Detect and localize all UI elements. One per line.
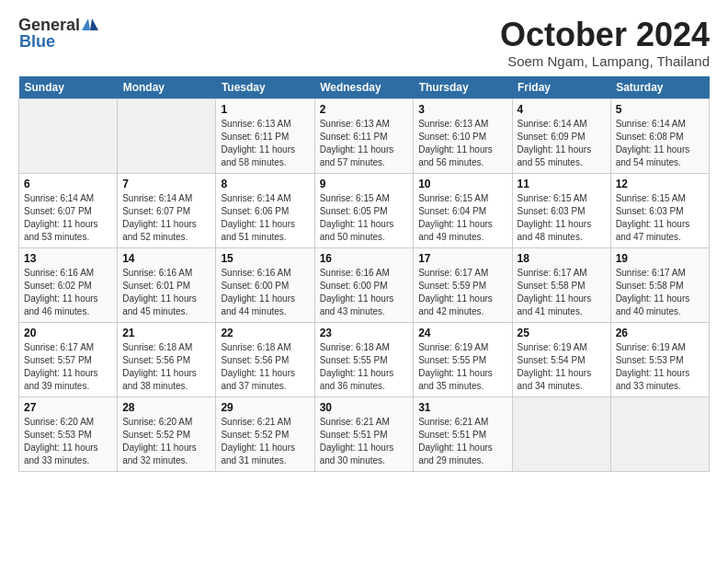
calendar-cell: 6Sunrise: 6:14 AM Sunset: 6:07 PM Daylig… (19, 173, 118, 247)
calendar-cell: 7Sunrise: 6:14 AM Sunset: 6:07 PM Daylig… (118, 173, 216, 247)
calendar-cell: 26Sunrise: 6:19 AM Sunset: 5:53 PM Dayli… (610, 322, 709, 396)
logo-arrow-icon (82, 18, 90, 30)
day-info: Sunrise: 6:20 AM Sunset: 5:52 PM Dayligh… (122, 416, 210, 467)
day-info: Sunrise: 6:21 AM Sunset: 5:51 PM Dayligh… (418, 416, 506, 467)
day-number: 12 (616, 178, 704, 190)
day-number: 19 (616, 252, 704, 265)
day-number: 3 (418, 103, 506, 116)
day-number: 8 (221, 178, 309, 190)
day-info: Sunrise: 6:13 AM Sunset: 6:11 PM Dayligh… (320, 118, 409, 169)
calendar-cell: 24Sunrise: 6:19 AM Sunset: 5:55 PM Dayli… (414, 322, 512, 396)
week-row-0: 1Sunrise: 6:13 AM Sunset: 6:11 PM Daylig… (19, 98, 710, 173)
calendar-cell: 8Sunrise: 6:14 AM Sunset: 6:06 PM Daylig… (216, 173, 314, 247)
day-info: Sunrise: 6:19 AM Sunset: 5:54 PM Dayligh… (518, 341, 606, 393)
day-info: Sunrise: 6:15 AM Sunset: 6:03 PM Dayligh… (616, 192, 704, 244)
day-number: 10 (418, 178, 506, 190)
calendar-cell: 31Sunrise: 6:21 AM Sunset: 5:51 PM Dayli… (414, 396, 512, 471)
calendar-cell: 4Sunrise: 6:14 AM Sunset: 6:09 PM Daylig… (512, 98, 610, 173)
title-block: October 2024 Soem Ngam, Lampang, Thailan… (500, 17, 710, 69)
day-number: 26 (616, 327, 704, 339)
day-number: 24 (418, 327, 506, 339)
calendar-subtitle: Soem Ngam, Lampang, Thailand (500, 53, 710, 69)
day-info: Sunrise: 6:15 AM Sunset: 6:05 PM Dayligh… (320, 192, 409, 244)
calendar-cell: 9Sunrise: 6:15 AM Sunset: 6:05 PM Daylig… (314, 173, 414, 247)
day-info: Sunrise: 6:16 AM Sunset: 6:00 PM Dayligh… (221, 267, 309, 318)
calendar-cell: 17Sunrise: 6:17 AM Sunset: 5:59 PM Dayli… (414, 247, 512, 322)
day-info: Sunrise: 6:18 AM Sunset: 5:56 PM Dayligh… (221, 341, 309, 393)
day-number: 9 (320, 178, 409, 190)
calendar-cell: 14Sunrise: 6:16 AM Sunset: 6:01 PM Dayli… (118, 247, 216, 322)
calendar-cell: 18Sunrise: 6:17 AM Sunset: 5:58 PM Dayli… (512, 247, 610, 322)
calendar-cell: 22Sunrise: 6:18 AM Sunset: 5:56 PM Dayli… (216, 322, 314, 396)
calendar-cell: 12Sunrise: 6:15 AM Sunset: 6:03 PM Dayli… (610, 173, 709, 247)
day-info: Sunrise: 6:18 AM Sunset: 5:55 PM Dayligh… (320, 341, 409, 393)
day-number: 20 (24, 327, 112, 339)
week-row-2: 13Sunrise: 6:16 AM Sunset: 6:02 PM Dayli… (19, 247, 710, 322)
calendar-cell (610, 396, 709, 471)
page: General Blue October 2024 Soem Ngam, Lam… (0, 0, 728, 483)
logo-general: General (18, 17, 80, 33)
header-thursday: Thursday (414, 76, 512, 99)
day-info: Sunrise: 6:18 AM Sunset: 5:56 PM Dayligh… (122, 341, 210, 393)
day-info: Sunrise: 6:14 AM Sunset: 6:08 PM Dayligh… (616, 118, 704, 169)
day-info: Sunrise: 6:13 AM Sunset: 6:10 PM Dayligh… (418, 118, 506, 169)
header-tuesday: Tuesday (216, 76, 314, 99)
day-info: Sunrise: 6:14 AM Sunset: 6:07 PM Dayligh… (122, 192, 210, 244)
calendar-cell (118, 98, 216, 173)
day-number: 5 (616, 103, 704, 116)
header-row: Sunday Monday Tuesday Wednesday Thursday… (19, 76, 710, 99)
calendar-table: Sunday Monday Tuesday Wednesday Thursday… (18, 76, 710, 472)
day-number: 16 (320, 252, 409, 265)
calendar-cell: 3Sunrise: 6:13 AM Sunset: 6:10 PM Daylig… (414, 98, 512, 173)
day-number: 21 (122, 327, 210, 339)
calendar-cell: 20Sunrise: 6:17 AM Sunset: 5:57 PM Dayli… (19, 322, 118, 396)
day-number: 23 (320, 327, 409, 339)
logo: General Blue (18, 17, 98, 50)
header: General Blue October 2024 Soem Ngam, Lam… (18, 17, 710, 69)
day-info: Sunrise: 6:15 AM Sunset: 6:03 PM Dayligh… (518, 192, 606, 244)
calendar-cell: 15Sunrise: 6:16 AM Sunset: 6:00 PM Dayli… (216, 247, 314, 322)
day-info: Sunrise: 6:17 AM Sunset: 5:58 PM Dayligh… (518, 267, 606, 318)
calendar-cell: 5Sunrise: 6:14 AM Sunset: 6:08 PM Daylig… (610, 98, 709, 173)
day-number: 6 (24, 178, 112, 190)
day-number: 25 (518, 327, 606, 339)
calendar-cell (19, 98, 118, 173)
day-number: 1 (221, 103, 309, 116)
calendar-cell: 27Sunrise: 6:20 AM Sunset: 5:53 PM Dayli… (19, 396, 118, 471)
calendar-cell: 30Sunrise: 6:21 AM Sunset: 5:51 PM Dayli… (314, 396, 414, 471)
day-number: 4 (518, 103, 606, 116)
day-info: Sunrise: 6:19 AM Sunset: 5:53 PM Dayligh… (616, 341, 704, 393)
day-number: 18 (518, 252, 606, 265)
day-info: Sunrise: 6:17 AM Sunset: 5:58 PM Dayligh… (616, 267, 704, 318)
day-info: Sunrise: 6:17 AM Sunset: 5:59 PM Dayligh… (418, 267, 506, 318)
calendar-cell: 29Sunrise: 6:21 AM Sunset: 5:52 PM Dayli… (216, 396, 314, 471)
day-number: 13 (24, 252, 112, 265)
day-number: 2 (320, 103, 409, 116)
day-info: Sunrise: 6:14 AM Sunset: 6:07 PM Dayligh… (24, 192, 112, 244)
week-row-1: 6Sunrise: 6:14 AM Sunset: 6:07 PM Daylig… (19, 173, 710, 247)
day-number: 28 (122, 401, 210, 414)
day-info: Sunrise: 6:13 AM Sunset: 6:11 PM Dayligh… (221, 118, 309, 169)
calendar-cell: 23Sunrise: 6:18 AM Sunset: 5:55 PM Dayli… (314, 322, 414, 396)
day-number: 17 (418, 252, 506, 265)
calendar-cell: 13Sunrise: 6:16 AM Sunset: 6:02 PM Dayli… (19, 247, 118, 322)
calendar-cell: 11Sunrise: 6:15 AM Sunset: 6:03 PM Dayli… (512, 173, 610, 247)
day-info: Sunrise: 6:21 AM Sunset: 5:51 PM Dayligh… (320, 416, 409, 467)
day-number: 29 (221, 401, 309, 414)
day-number: 22 (221, 327, 309, 339)
calendar-cell: 1Sunrise: 6:13 AM Sunset: 6:11 PM Daylig… (216, 98, 314, 173)
header-wednesday: Wednesday (314, 76, 414, 99)
calendar-cell: 25Sunrise: 6:19 AM Sunset: 5:54 PM Dayli… (512, 322, 610, 396)
day-info: Sunrise: 6:14 AM Sunset: 6:09 PM Dayligh… (518, 118, 606, 169)
day-number: 11 (518, 178, 606, 190)
calendar-title: October 2024 (500, 17, 710, 53)
day-number: 15 (221, 252, 309, 265)
day-info: Sunrise: 6:16 AM Sunset: 6:00 PM Dayligh… (320, 267, 409, 318)
calendar-cell: 2Sunrise: 6:13 AM Sunset: 6:11 PM Daylig… (314, 98, 414, 173)
calendar-cell: 16Sunrise: 6:16 AM Sunset: 6:00 PM Dayli… (314, 247, 414, 322)
day-number: 31 (418, 401, 506, 414)
day-number: 14 (122, 252, 210, 265)
day-info: Sunrise: 6:19 AM Sunset: 5:55 PM Dayligh… (418, 341, 506, 393)
day-info: Sunrise: 6:16 AM Sunset: 6:01 PM Dayligh… (122, 267, 210, 318)
week-row-3: 20Sunrise: 6:17 AM Sunset: 5:57 PM Dayli… (19, 322, 710, 396)
